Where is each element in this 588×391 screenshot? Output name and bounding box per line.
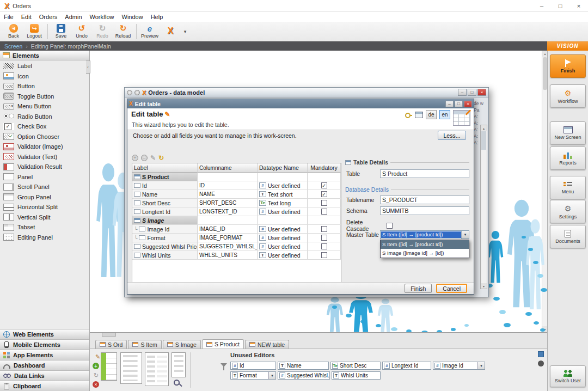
section-mobile-elements[interactable]: Mobile Elements bbox=[0, 339, 89, 350]
new-screen-button[interactable]: New Screen bbox=[550, 121, 586, 145]
menu-item-workflow[interactable]: Workflow bbox=[86, 13, 118, 21]
language-en-button[interactable]: en bbox=[439, 110, 450, 119]
finish-button[interactable]: Finish bbox=[550, 54, 586, 78]
field-row-name[interactable]: NameNAMETText short✓ bbox=[132, 190, 341, 199]
toolbar-redo-button[interactable]: ↻Redo bbox=[92, 22, 113, 41]
magnifier-icon[interactable] bbox=[174, 380, 180, 386]
field-row-image-id[interactable]: └Image IdIMAGE_ID#User defined bbox=[132, 225, 341, 234]
field-row-whlsl-units[interactable]: Whlsl UnitsWHLSL_UNITSTUser defined bbox=[132, 251, 341, 260]
column-header[interactable]: Mandatory bbox=[308, 163, 341, 173]
add-icon[interactable]: + bbox=[93, 363, 99, 369]
editor-name[interactable]: TName bbox=[278, 362, 329, 370]
element-horizontal-split[interactable]: Horizontal Split bbox=[0, 202, 89, 212]
finish-button[interactable]: Finish bbox=[405, 284, 432, 293]
element-tabset[interactable]: Tabset bbox=[0, 222, 89, 233]
chevron-down-icon[interactable]: ▾ bbox=[182, 26, 188, 37]
mandatory-checkbox[interactable]: ✓ bbox=[321, 191, 327, 197]
grid-widget-preview[interactable] bbox=[101, 352, 117, 381]
tab-s-product[interactable]: S Product bbox=[202, 339, 244, 349]
tab-s-image[interactable]: S Image bbox=[163, 340, 201, 349]
editor-format[interactable]: TFormat▾ bbox=[230, 371, 276, 380]
menu-item-admin[interactable]: Admin bbox=[61, 13, 85, 21]
remove-field-button[interactable]: − bbox=[141, 155, 148, 161]
field-row-format[interactable]: └FormatIMAGE_FORMAT#User defined bbox=[132, 234, 341, 242]
breadcrumb-screen-link[interactable]: Screen bbox=[4, 43, 22, 50]
mandatory-checkbox[interactable] bbox=[321, 243, 327, 249]
edit-field-button[interactable]: ✎ bbox=[150, 154, 156, 162]
form-widget-preview[interactable] bbox=[145, 352, 169, 386]
element-editing-panel[interactable]: Editing Panel bbox=[0, 233, 89, 243]
field-row-id[interactable]: IdID#User defined✓ bbox=[132, 181, 341, 190]
element-button[interactable]: Button bbox=[0, 81, 89, 91]
menu-item-orders[interactable]: Orders bbox=[35, 13, 62, 21]
mandatory-checkbox[interactable] bbox=[321, 252, 327, 258]
reports-button[interactable]: Reports bbox=[550, 146, 586, 170]
field-row-longtext-id[interactable]: Longtext IdLONGTEXT_ID#User defined bbox=[132, 207, 341, 216]
editor-suggested-whlsl[interactable]: #Suggested Whlsl... bbox=[278, 371, 330, 380]
panel-info-icon[interactable] bbox=[538, 361, 544, 366]
pin-icon[interactable] bbox=[127, 90, 132, 95]
panel-grid-icon[interactable] bbox=[538, 351, 544, 357]
toolbar-save-button[interactable]: Save bbox=[51, 22, 71, 41]
close-icon[interactable]: × bbox=[477, 89, 486, 96]
element-toggle-button[interactable]: Toggle Button bbox=[0, 91, 89, 102]
element-panel[interactable]: Panel bbox=[0, 172, 89, 182]
language-de-button[interactable]: de bbox=[426, 110, 437, 119]
mandatory-checkbox[interactable] bbox=[321, 226, 327, 232]
editor-image-id[interactable]: #Image Id▾ bbox=[433, 362, 485, 370]
element-group-panel[interactable]: Group Panel bbox=[0, 192, 89, 203]
documents-button[interactable]: Documents bbox=[550, 225, 586, 248]
field-row-suggested-whlsl-price[interactable]: Suggested Whlsl PriceSUGGESTED_WHLSL_PRI… bbox=[132, 242, 341, 251]
element-scroll-panel[interactable]: Scroll Panel bbox=[0, 182, 89, 192]
element-radio-button[interactable]: Radio Button bbox=[0, 112, 89, 122]
toolbar-reload-button[interactable]: ↻Reload bbox=[113, 22, 133, 41]
element-vertical-split[interactable]: Vertical Split bbox=[0, 212, 89, 223]
element-menu-button[interactable]: Menu Button bbox=[0, 101, 89, 112]
refresh-icon[interactable]: ↻ bbox=[93, 372, 100, 379]
mandatory-checkbox[interactable] bbox=[321, 200, 327, 206]
element-validator-text[interactable]: Validator (Text) bbox=[0, 152, 89, 162]
element-validation-result[interactable]: Validation Result bbox=[0, 162, 89, 172]
element-label[interactable]: Label bbox=[0, 61, 89, 71]
maximize-icon[interactable]: □ bbox=[551, 0, 569, 11]
toolbar-logo-button[interactable]: X bbox=[160, 22, 181, 41]
scroll-up-icon[interactable]: ▴ bbox=[481, 125, 487, 131]
close-icon[interactable]: × bbox=[464, 101, 472, 107]
mandatory-checkbox[interactable] bbox=[321, 209, 327, 215]
less-button[interactable]: Less... bbox=[438, 131, 466, 140]
group-row-s-product[interactable]: S Product bbox=[132, 173, 341, 181]
menu-button[interactable]: Menu bbox=[550, 176, 586, 199]
section-data-links[interactable]: Data Links bbox=[0, 370, 89, 381]
section-app-elements[interactable]: App Elements bbox=[0, 350, 89, 360]
editor-short-desc[interactable]: TeShort Desc bbox=[330, 362, 381, 370]
mandatory-checkbox[interactable] bbox=[321, 235, 327, 241]
table-grid-icon[interactable] bbox=[453, 110, 470, 126]
table-input[interactable]: S Product bbox=[380, 169, 469, 178]
editor-id[interactable]: #Id bbox=[230, 362, 276, 370]
maximize-icon[interactable]: □ bbox=[455, 101, 463, 107]
minimize-icon[interactable]: – bbox=[532, 0, 551, 11]
close-icon[interactable]: × bbox=[569, 0, 588, 11]
column-header[interactable]: Columnname bbox=[198, 163, 258, 173]
maximize-icon[interactable]: □ bbox=[468, 89, 476, 96]
chevron-down-icon[interactable]: ▾ bbox=[477, 362, 485, 369]
group-row-s-image[interactable]: S Image bbox=[132, 216, 341, 225]
master-table-option[interactable]: S Item ([id] → [product Id]) bbox=[381, 240, 469, 249]
column-header[interactable]: Label bbox=[132, 163, 198, 173]
editor-longtext-id[interactable]: #Longtext Id bbox=[382, 362, 431, 370]
sidebar-collapse-handle[interactable]: ‹ bbox=[86, 60, 90, 74]
section-clipboard[interactable]: Clipboard bbox=[0, 381, 89, 391]
editor-whlsl-units[interactable]: TWhlsl Units bbox=[332, 371, 381, 380]
workflow-button[interactable]: ⚙Workflow bbox=[550, 84, 586, 108]
refresh-button[interactable]: ↻ bbox=[158, 154, 164, 162]
menu-item-help[interactable]: Help bbox=[147, 13, 167, 21]
minimize-icon[interactable]: – bbox=[458, 89, 467, 96]
minimize-icon[interactable]: – bbox=[445, 101, 454, 107]
panel-collapse-handle[interactable] bbox=[102, 333, 116, 337]
tab-s-ord[interactable]: S Ord bbox=[95, 340, 127, 349]
element-check-box[interactable]: Check Box bbox=[0, 121, 89, 132]
master-table-option[interactable]: S Image ([image Id] → [id]) bbox=[381, 249, 469, 258]
toolbar-back-button[interactable]: ◄Back bbox=[3, 22, 24, 41]
section-web-elements[interactable]: Web Elements bbox=[0, 329, 89, 339]
master-table-combobox[interactable]: S Item ([id] → [product Id]) ▾ bbox=[380, 230, 469, 239]
